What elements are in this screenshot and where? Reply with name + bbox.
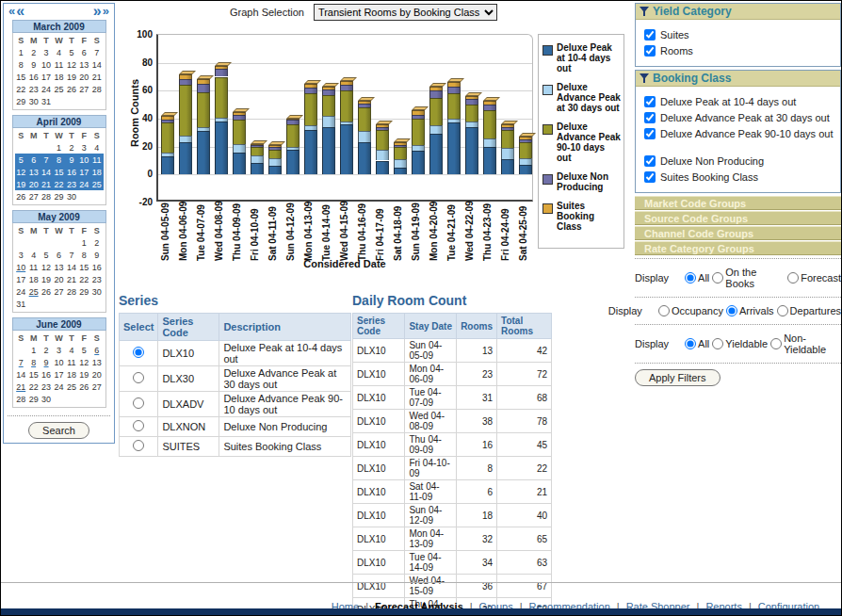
series-radio[interactable] xyxy=(133,397,144,409)
display-radio[interactable] xyxy=(712,272,723,284)
calendar-day-cell[interactable]: 17 xyxy=(40,71,52,83)
filter-checkbox[interactable] xyxy=(644,128,656,139)
calendar-day-cell[interactable]: 18 xyxy=(53,71,65,83)
calendar-day-cell[interactable]: 15 xyxy=(53,166,65,178)
calendar-day-cell[interactable]: 6 xyxy=(53,249,65,261)
next-year-arrow-icon[interactable]: » xyxy=(103,5,109,18)
calendar-day-cell[interactable]: 29 xyxy=(27,393,40,405)
calendar-day-cell[interactable]: 2 xyxy=(27,46,40,58)
calendar-day-cell[interactable]: 13 xyxy=(78,58,90,71)
calendar-day-cell[interactable]: 9 xyxy=(40,356,52,368)
calendar-day-cell[interactable]: 3 xyxy=(15,249,27,261)
calendar-day-cell[interactable]: 16 xyxy=(65,166,77,178)
calendar-day-cell[interactable]: 1 xyxy=(78,236,90,249)
calendar-day-cell[interactable]: 2 xyxy=(65,141,77,154)
display-radio[interactable] xyxy=(685,272,696,284)
calendar-day-cell[interactable]: 29 xyxy=(15,95,27,107)
calendar-day-cell[interactable]: 25 xyxy=(65,381,77,393)
calendar-day-cell[interactable]: 19 xyxy=(78,368,90,381)
collapsed-group-header[interactable]: Source Code Groups xyxy=(635,211,841,225)
collapsed-group-header[interactable]: Rate Category Groups xyxy=(635,241,841,255)
booking-class-header[interactable]: Booking Class xyxy=(636,71,840,87)
calendar-day-cell[interactable]: 7 xyxy=(15,356,27,368)
display-radio[interactable] xyxy=(712,338,723,349)
filter-checkbox[interactable] xyxy=(644,155,656,167)
prev-month-arrow-icon[interactable]: « xyxy=(16,5,24,18)
filter-checkbox[interactable] xyxy=(644,171,656,183)
calendar-day-cell[interactable]: 27 xyxy=(27,190,40,203)
calendar-day-cell[interactable]: 22 xyxy=(53,178,65,190)
search-button[interactable]: Search xyxy=(28,422,89,439)
filter-checkbox[interactable] xyxy=(644,45,656,57)
calendar-day-cell[interactable]: 4 xyxy=(27,249,40,261)
calendar-day-cell[interactable]: 19 xyxy=(15,178,27,190)
calendar-day-cell[interactable]: 9 xyxy=(65,154,77,166)
calendar-day-cell[interactable]: 7 xyxy=(40,154,52,166)
calendar-day-cell[interactable]: 26 xyxy=(65,83,77,95)
calendar-day-cell[interactable]: 7 xyxy=(65,249,77,261)
calendar-day-cell[interactable]: 12 xyxy=(78,356,90,368)
next-month-arrow-icon[interactable]: » xyxy=(93,5,102,18)
calendar-day-cell[interactable]: 28 xyxy=(65,285,77,298)
calendar-day-cell[interactable]: 31 xyxy=(40,95,52,107)
calendar-day-cell[interactable]: 11 xyxy=(27,261,40,273)
calendar-day-cell[interactable]: 25 xyxy=(53,83,65,95)
calendar-day-cell[interactable]: 27 xyxy=(53,285,65,298)
display-radio[interactable] xyxy=(685,338,696,349)
collapsed-group-header[interactable]: Channel Code Groups xyxy=(635,226,841,240)
calendar-day-cell[interactable]: 19 xyxy=(40,273,52,285)
calendar-day-cell[interactable]: 4 xyxy=(90,141,103,154)
calendar-day-cell[interactable]: 23 xyxy=(40,381,52,393)
calendar-day-cell[interactable]: 13 xyxy=(90,356,103,368)
series-radio[interactable] xyxy=(133,347,144,358)
calendar-day-cell[interactable]: 15 xyxy=(27,368,40,381)
calendar-day-cell[interactable]: 6 xyxy=(78,46,90,58)
calendar-day-cell[interactable]: 31 xyxy=(15,298,27,310)
calendar-day-cell[interactable]: 14 xyxy=(15,368,27,381)
calendar-day-cell[interactable]: 26 xyxy=(15,190,27,203)
calendar-day-cell[interactable]: 26 xyxy=(40,285,52,298)
calendar-day-cell[interactable]: 14 xyxy=(90,58,103,71)
filter-checkbox[interactable] xyxy=(644,96,656,107)
calendar-day-cell[interactable]: 27 xyxy=(90,381,103,393)
filter-checkbox[interactable] xyxy=(644,29,656,41)
calendar-day-cell[interactable]: 8 xyxy=(53,154,65,166)
display-radio-option[interactable]: Yieldable xyxy=(712,338,768,349)
display-radio-option[interactable]: Arrivals xyxy=(726,305,774,316)
calendar-day-cell[interactable]: 23 xyxy=(65,178,77,190)
calendar-day-cell[interactable]: 25 xyxy=(27,285,40,298)
calendar-day-cell[interactable]: 30 xyxy=(90,285,103,298)
calendar-day-cell[interactable]: 23 xyxy=(27,83,40,95)
prev-year-arrow-icon[interactable]: « xyxy=(8,5,15,18)
calendar-day-cell[interactable]: 8 xyxy=(78,249,90,261)
calendar-day-cell[interactable]: 12 xyxy=(40,261,52,273)
calendar-day-cell[interactable]: 10 xyxy=(40,58,52,71)
calendar-day-cell[interactable]: 2 xyxy=(40,344,52,356)
calendar-day-cell[interactable]: 13 xyxy=(27,166,40,178)
calendar-day-cell[interactable]: 17 xyxy=(78,166,90,178)
calendar-day-cell[interactable]: 26 xyxy=(78,381,90,393)
display-radio[interactable] xyxy=(658,305,670,316)
calendar-day-cell[interactable]: 21 xyxy=(40,178,52,190)
calendar-day-cell[interactable]: 24 xyxy=(15,285,27,298)
calendar-day-cell[interactable]: 19 xyxy=(65,71,77,83)
calendar-day-cell[interactable]: 4 xyxy=(65,344,77,356)
calendar-day-cell[interactable]: 12 xyxy=(65,58,77,71)
calendar-day-cell[interactable]: 15 xyxy=(78,261,90,273)
display-radio[interactable] xyxy=(770,338,782,349)
calendar-day-cell[interactable]: 24 xyxy=(53,381,65,393)
calendar-day-cell[interactable]: 14 xyxy=(40,166,52,178)
calendar-day-cell[interactable]: 20 xyxy=(78,71,90,83)
calendar-day-cell[interactable]: 22 xyxy=(78,273,90,285)
calendar-day-cell[interactable]: 24 xyxy=(40,83,52,95)
calendar-day-cell[interactable]: 8 xyxy=(15,58,27,71)
display-radio-option[interactable]: Occupancy xyxy=(658,305,723,316)
calendar-day-cell[interactable]: 11 xyxy=(65,356,77,368)
calendar-day-cell[interactable]: 13 xyxy=(53,261,65,273)
calendar-day-cell[interactable]: 9 xyxy=(90,249,103,261)
display-radio-option[interactable]: All xyxy=(685,272,709,284)
calendar-day-cell[interactable]: 6 xyxy=(90,344,103,356)
calendar-day-cell[interactable]: 21 xyxy=(90,71,103,83)
graph-selection-select[interactable]: Transient Rooms by Booking Class xyxy=(314,4,497,21)
calendar-day-cell[interactable]: 5 xyxy=(15,154,27,166)
